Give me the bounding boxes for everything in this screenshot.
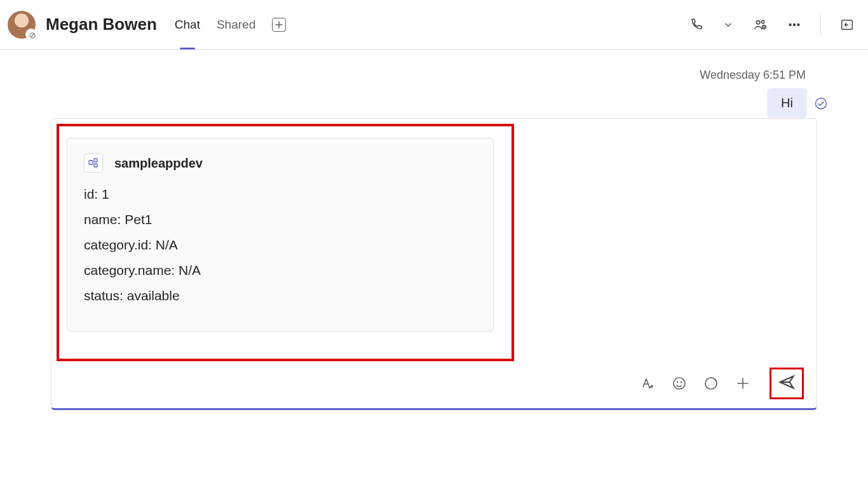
card-header: sampleappdev <box>84 154 477 173</box>
outgoing-message-row: Hi <box>25 88 843 118</box>
svg-rect-11 <box>94 159 97 162</box>
avatar[interactable] <box>8 11 36 39</box>
conversation-area: Wednesday 6:51 PM Hi <box>0 50 868 478</box>
card-line: category.id: N/A <box>84 237 477 253</box>
svg-rect-12 <box>94 164 97 167</box>
chevron-down-icon[interactable] <box>722 17 734 33</box>
call-icon[interactable] <box>688 17 705 33</box>
chat-title: Megan Bowen <box>46 15 157 34</box>
loop-icon[interactable] <box>702 375 720 392</box>
card-line: status: available <box>84 288 477 303</box>
open-pane-icon[interactable] <box>839 17 855 33</box>
card-app-name: sampleappdev <box>114 156 203 171</box>
adaptive-card[interactable]: sampleappdev id: 1 name: Pet1 category.i… <box>67 138 494 332</box>
tab-shared[interactable]: Shared <box>217 14 255 36</box>
emoji-icon[interactable] <box>670 375 688 392</box>
outgoing-message-bubble[interactable]: Hi <box>767 88 807 118</box>
svg-point-15 <box>681 382 682 383</box>
read-receipt-icon <box>815 97 827 110</box>
tabs: Chat Shared <box>175 14 286 36</box>
tab-chat[interactable]: Chat <box>175 14 200 36</box>
card-line: name: Pet1 <box>84 212 477 227</box>
svg-rect-10 <box>89 161 93 164</box>
more-icon[interactable] <box>786 17 803 33</box>
svg-point-6 <box>794 23 796 25</box>
card-line: category.name: N/A <box>84 263 477 278</box>
compose-toolbar <box>63 364 805 401</box>
people-add-icon[interactable] <box>752 17 768 33</box>
svg-point-3 <box>761 20 764 23</box>
actions-plus-icon[interactable] <box>734 375 752 392</box>
chat-header: Megan Bowen Chat Shared <box>0 0 868 50</box>
header-actions <box>688 14 855 36</box>
svg-point-14 <box>677 382 678 383</box>
separator <box>820 14 821 36</box>
message-timestamp: Wednesday 6:51 PM <box>25 69 843 82</box>
svg-point-7 <box>797 23 799 25</box>
svg-point-2 <box>757 20 761 24</box>
svg-point-13 <box>674 378 685 389</box>
svg-line-1 <box>31 34 34 36</box>
card-line: id: 1 <box>84 187 477 202</box>
add-tab-button[interactable] <box>272 18 286 32</box>
app-icon <box>84 154 103 173</box>
presence-offline-icon <box>28 31 37 40</box>
svg-point-9 <box>816 98 827 109</box>
format-icon[interactable] <box>639 375 656 392</box>
send-button[interactable] <box>770 368 804 399</box>
compose-box[interactable]: sampleappdev id: 1 name: Pet1 category.i… <box>51 118 817 410</box>
svg-point-5 <box>789 23 791 25</box>
